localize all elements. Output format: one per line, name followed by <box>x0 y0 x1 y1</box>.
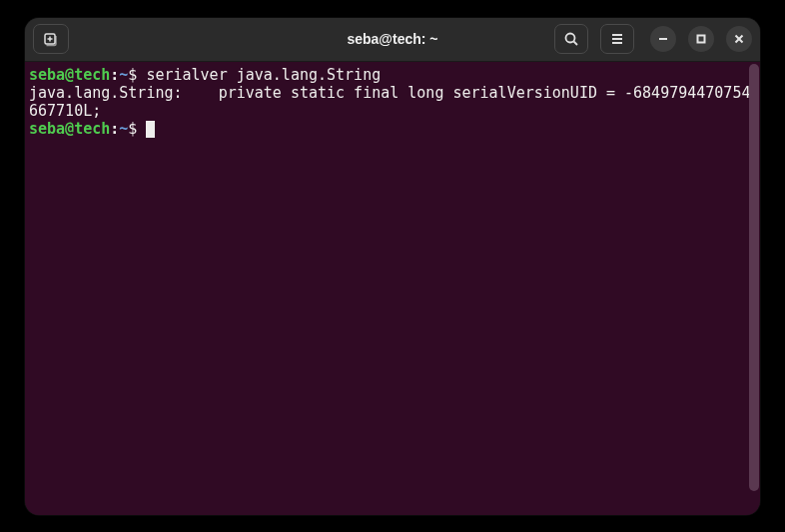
maximize-icon <box>696 34 706 44</box>
prompt-dollar: $ <box>128 120 146 138</box>
window-controls <box>650 26 752 52</box>
command-text: serialver java.lang.String <box>146 66 381 84</box>
prompt-user: seba@tech <box>29 66 110 84</box>
close-icon <box>734 34 744 44</box>
svg-line-4 <box>574 42 578 46</box>
search-icon <box>563 31 579 47</box>
maximize-button[interactable] <box>688 26 714 52</box>
prompt-colon: : <box>110 66 119 84</box>
new-tab-icon <box>43 31 59 47</box>
search-button[interactable] <box>554 24 588 54</box>
terminal-body[interactable]: seba@tech:~$ serialver java.lang.String … <box>25 62 760 515</box>
prompt-path: ~ <box>119 66 128 84</box>
svg-rect-9 <box>698 36 705 43</box>
hamburger-icon <box>609 31 625 47</box>
titlebar: seba@tech: ~ <box>25 18 760 62</box>
new-tab-button[interactable] <box>33 24 69 54</box>
minimize-icon <box>658 34 668 44</box>
prompt-colon: : <box>110 120 119 138</box>
cursor <box>146 121 155 138</box>
svg-point-3 <box>566 34 575 43</box>
titlebar-right <box>554 24 752 54</box>
scrollbar[interactable] <box>749 64 759 491</box>
terminal-content: seba@tech:~$ serialver java.lang.String … <box>29 66 756 138</box>
menu-button[interactable] <box>600 24 634 54</box>
minimize-button[interactable] <box>650 26 676 52</box>
close-button[interactable] <box>726 26 752 52</box>
window-title: seba@tech: ~ <box>347 31 437 47</box>
prompt-user: seba@tech <box>29 120 110 138</box>
output-line: java.lang.String: private static final l… <box>29 84 750 120</box>
terminal-window: seba@tech: ~ <box>25 18 760 515</box>
titlebar-left <box>33 24 69 54</box>
prompt-dollar: $ <box>128 66 146 84</box>
prompt-path: ~ <box>119 120 128 138</box>
